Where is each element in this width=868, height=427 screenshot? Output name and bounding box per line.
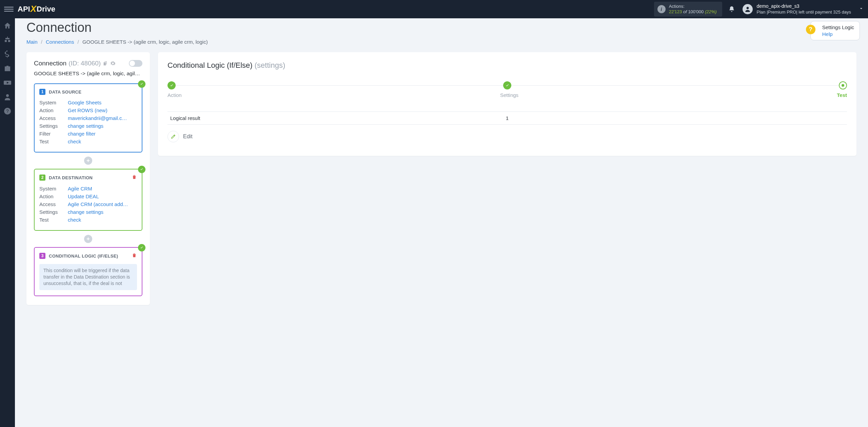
user-name: demo_apix-drive_s3 <box>757 3 851 9</box>
check-icon <box>138 244 145 251</box>
step-dot-action[interactable] <box>167 81 176 89</box>
chevron-down-icon[interactable] <box>859 6 864 13</box>
brand-logo[interactable]: APIXDrive <box>18 4 55 15</box>
bell-icon[interactable] <box>728 6 735 13</box>
actions-used: 22'123 <box>669 9 682 14</box>
user-icon[interactable] <box>3 93 12 101</box>
condition-note: This condition will be triggered if the … <box>39 264 137 290</box>
step-dot-settings[interactable] <box>503 81 511 89</box>
result-label: Logical result <box>170 115 200 121</box>
home-icon[interactable] <box>3 22 12 30</box>
question-icon[interactable]: ? <box>3 107 12 115</box>
info-icon: i <box>657 5 666 13</box>
copy-icon[interactable] <box>103 61 108 66</box>
add-step-button[interactable]: + <box>84 235 92 243</box>
actions-usage[interactable]: i Actions: 22'123 of 100'000 (22%) <box>654 2 722 17</box>
step-conditional-logic[interactable]: 3 CONDITIONAL LOGIC (IF/ELSE) This condi… <box>34 247 142 296</box>
plan-line: Plan |Premium PRO| left until payment 32… <box>757 9 851 15</box>
k-action: Action <box>39 107 68 113</box>
actions-pct: (22%) <box>704 9 716 14</box>
step-dot-test[interactable] <box>839 81 847 89</box>
k-action: Action <box>39 194 68 199</box>
briefcase-icon[interactable] <box>3 64 12 73</box>
step2-title: DATA DESTINATION <box>49 175 93 180</box>
svg-point-0 <box>746 7 749 9</box>
v-settings[interactable]: change settings <box>68 209 103 215</box>
edit-button[interactable] <box>167 131 179 142</box>
logic-settings-card: Conditional Logic (If/Else) (settings) A… <box>158 52 856 156</box>
v-test[interactable]: check <box>68 139 81 144</box>
svg-text:?: ? <box>6 108 9 114</box>
help-question-icon[interactable]: ? <box>806 25 815 34</box>
svg-point-1 <box>6 94 9 97</box>
trash-icon[interactable] <box>132 252 137 259</box>
step-number-2: 2 <box>39 175 45 181</box>
breadcrumb: Main / Connections / GOOGLE SHEETS -> (a… <box>26 39 856 45</box>
youtube-icon[interactable] <box>3 79 12 87</box>
connection-card: Connection (ID: 48060) GOOGLE SHEETS -> … <box>26 52 150 305</box>
k-settings: Settings <box>39 209 68 215</box>
add-step-button[interactable]: + <box>84 157 92 165</box>
help-title: Settings Logic <box>822 24 854 31</box>
step-number-1: 1 <box>39 89 45 95</box>
crumb-sep: / <box>76 39 81 45</box>
v-filter[interactable]: change filter <box>68 131 96 137</box>
k-system: System <box>39 100 68 105</box>
v-settings[interactable]: change settings <box>68 123 103 129</box>
k-test: Test <box>39 217 68 223</box>
connection-toggle[interactable] <box>129 60 142 67</box>
v-action[interactable]: Update DEAL <box>68 194 99 199</box>
k-system: System <box>39 186 68 191</box>
k-access: Access <box>39 115 68 121</box>
gear-icon[interactable] <box>110 61 116 66</box>
step-label-settings: Settings <box>500 92 518 98</box>
help-link[interactable]: Help <box>822 31 854 38</box>
step1-title: DATA SOURCE <box>49 89 81 95</box>
v-system[interactable]: Google Sheets <box>68 100 101 105</box>
actions-label: Actions: <box>669 4 717 9</box>
step3-title: CONDITIONAL LOGIC (IF/ELSE) <box>49 253 118 259</box>
crumb-sep: / <box>39 39 44 45</box>
k-settings: Settings <box>39 123 68 129</box>
v-access[interactable]: Agile CRM (account added 03 <box>68 201 129 207</box>
result-row: Logical result 1 <box>167 111 847 125</box>
step-data-destination[interactable]: 2 DATA DESTINATION SystemAgile CRM Actio… <box>34 169 142 231</box>
v-access[interactable]: maverickandrii@gmail.com <box>68 115 129 121</box>
sidebar: ? <box>0 18 15 319</box>
v-action[interactable]: Get ROWS (new) <box>68 107 107 113</box>
wizard-stepper <box>167 81 847 89</box>
actions-of: of <box>682 9 688 14</box>
crumb-main[interactable]: Main <box>26 39 38 45</box>
page: Connection Main / Connections / GOOGLE S… <box>15 20 868 319</box>
user-block[interactable]: demo_apix-drive_s3 Plan |Premium PRO| le… <box>757 3 851 15</box>
connection-name: GOOGLE SHEETS -> (agile crm, logic, agil… <box>34 70 142 77</box>
k-access: Access <box>39 201 68 207</box>
check-icon <box>138 80 145 88</box>
actions-text: Actions: 22'123 of 100'000 (22%) <box>669 4 717 15</box>
v-test[interactable]: check <box>68 217 81 223</box>
step-label-test: Test <box>837 92 847 98</box>
k-test: Test <box>39 139 68 144</box>
crumb-current: GOOGLE SHEETS -> (agile crm, logic, agil… <box>82 39 208 45</box>
check-icon <box>138 166 145 173</box>
brand-p1: API <box>18 5 30 14</box>
topbar: APIXDrive i Actions: 22'123 of 100'000 (… <box>0 0 868 18</box>
dollar-icon[interactable] <box>3 50 12 58</box>
brand-p2: Drive <box>37 5 55 14</box>
connection-id: (ID: 48060) <box>68 60 101 67</box>
crumb-connections[interactable]: Connections <box>46 39 74 45</box>
menu-toggle[interactable] <box>4 4 14 14</box>
result-value: 1 <box>506 115 509 121</box>
step-data-source[interactable]: 1 DATA SOURCE SystemGoogle Sheets Action… <box>34 83 142 152</box>
connection-heading: Connection <box>34 60 66 67</box>
v-system[interactable]: Agile CRM <box>68 186 92 191</box>
right-title: Conditional Logic (If/Else) <box>167 61 255 69</box>
help-popover: ? Settings Logic Help <box>810 21 860 40</box>
edit-label: Edit <box>183 134 193 140</box>
avatar-icon[interactable] <box>743 4 753 14</box>
right-subtitle: (settings) <box>255 61 285 69</box>
trash-icon[interactable] <box>132 174 137 181</box>
step-number-3: 3 <box>39 253 45 259</box>
sitemap-icon[interactable] <box>3 36 12 44</box>
brand-x: X <box>30 4 37 14</box>
